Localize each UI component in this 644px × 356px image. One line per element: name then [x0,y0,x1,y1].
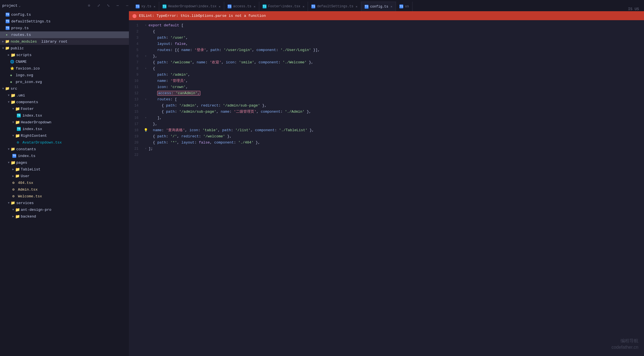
sidebar-item-src[interactable]: ▼ 📁 src [0,85,129,92]
sidebar-item-rightcontent-folder[interactable]: ▼ 📁 RightContent [0,132,129,139]
code-line-3: 3 path: '/user', [129,35,644,41]
fold-icon[interactable]: ▾ [143,115,149,121]
sidebar-item-headerdropdown-index[interactable]: TS index.tsx [0,126,129,132]
sidebar-label-footer-folder: Footer [21,107,127,111]
title-icons: ⊙ ⤢ ⤡ ⋯ ─ [85,2,131,10]
line-num: 16 [129,115,143,121]
sidebar-item-cname[interactable]: 🌐 CNAME [0,58,129,65]
sidebar-item-ant-design-pro[interactable]: ▼ 📁 ant-design-pro [0,206,129,213]
watermark: 编程导航 codefather.cn [611,338,638,350]
ts-plus-file-icon: ✦ [6,33,10,37]
sidebar-item-avatardropdown[interactable]: ⚙ AvatarDropdown.tsx [0,139,129,146]
close-icon[interactable]: ✕ [254,5,256,8]
sidebar-item-constants-index[interactable]: TS index.ts [0,152,129,159]
tab-defaultsettings[interactable]: TS defaultSettings.ts ✕ [308,2,361,11]
folder-src-icon: 📁 [5,86,10,91]
fold-icon[interactable]: ▾ [143,66,149,72]
tsx-gear-icon: ⚙ [17,140,21,145]
sidebar-item-footer-folder[interactable]: ▼ 📁 Footer [0,105,129,112]
chevron-right-icon: ▶ [2,40,4,43]
sidebar-item-pro-icon-svg[interactable]: ◈ pro_icon.svg [0,78,129,85]
line-num: 9 [129,72,143,78]
close-icon[interactable]: ✕ [219,5,221,8]
expand-icon[interactable]: ⤢ [95,2,103,10]
tab-us[interactable]: TS us [396,2,413,11]
folder-icon: 📁 [5,39,10,44]
menu-icon[interactable]: ⋯ [114,2,122,10]
sidebar-item-footer-index[interactable]: TS index.tsx [0,112,129,119]
fold-icon[interactable]: ▾ [143,53,149,59]
sidebar-item-favicon[interactable]: ⭐ favicon.ico [0,65,129,72]
sidebar-item-services-folder[interactable]: ▼ 📁 services [0,200,129,206]
line-content: { path: '/admin', redirect: '/admin/sub-… [149,103,644,109]
line-num: 18 [129,127,143,133]
line-num: 11 [129,84,143,90]
sidebar-item-tablelist-folder[interactable]: ▶ 📁 TableList [0,166,129,173]
code-line-18: 18 💡 name: '查询表格', icon: 'table', path: … [129,127,644,133]
sidebar-item-scripts[interactable]: ▶ 📁 scripts [0,52,129,58]
sidebar-item-public[interactable]: ▼ 📁 public [0,45,129,52]
line-num: 17 [129,121,143,127]
line-content: { [149,66,644,72]
sidebar-item-proxy[interactable]: TS proxy.ts [0,25,129,31]
sidebar-item-routes[interactable]: ✦ routes.ts [0,31,129,38]
code-line-4: 4 layout: false, [129,41,644,47]
tsx-gear-icon: ⚙ [12,194,17,198]
tab-config[interactable]: TS config.ts ✕ [361,2,396,11]
tab-headerdropdown[interactable]: TS HeaderDropdown\index.tsx ✕ [159,2,224,11]
sidebar-item-defaultsettings[interactable]: TS defaultSettings.ts [0,18,129,25]
project-name: project ⌄ [2,4,21,8]
code-area[interactable]: 1 ▾ export default [ 2 { 3 path: '/user'… [129,20,644,356]
circle-icon[interactable]: ⊙ [85,2,93,10]
fold-icon[interactable]: ▾ [143,96,149,103]
sidebar-item-headerdropdown-folder[interactable]: ▼ 📁 HeaderDropdown [0,119,129,126]
sidebar-item-welcome-tsx[interactable]: ⚙ Welcome.tsx [0,193,129,200]
fold-icon[interactable]: ▾ [143,146,149,152]
close-icon[interactable]: ✕ [303,5,305,8]
sidebar-label-routes: routes.ts [11,33,127,37]
sidebar-item-constants-folder[interactable]: ▼ 📁 constants [0,146,129,152]
sidebar-label-proxy: proxy.ts [11,26,127,30]
chevron-right-icon: ▶ [8,53,10,57]
close-icon[interactable]: ✕ [390,5,392,8]
tab-access[interactable]: TS access.ts ✕ [224,2,259,11]
minimize-icon[interactable]: ─ [123,2,131,10]
code-line-17: 17 }, [129,121,644,127]
sidebar[interactable]: TS config.ts TS defaultSettings.ts TS pr… [0,11,129,356]
ts-icon: TS [136,4,140,8]
line-num: 19 [129,133,143,140]
sidebar-item-admin-tsx[interactable]: ⚙ Admin.tsx [0,186,129,193]
folder-public-icon: 📁 [5,46,10,50]
tab-xy[interactable]: TS xy.ts ✕ [132,2,159,11]
close-icon[interactable]: ✕ [356,5,358,8]
sidebar-item-logo-svg[interactable]: ◈ logo.svg [0,72,129,78]
code-line-21: 21 ▾ ]; [129,146,644,152]
code-line-13: 13 ▾ routes: [ [129,96,644,103]
sidebar-item-pages-folder[interactable]: ▼ 📁 pages [0,159,129,166]
code-line-8: 8 ▾ { [129,66,644,72]
line-content: name: '查询表格', icon: 'table', path: '/lis… [149,127,644,133]
code-line-14: 14 { path: '/admin', redirect: '/admin/s… [129,103,644,109]
collapse-icon[interactable]: ⤡ [104,2,112,10]
close-icon[interactable]: ✕ [154,5,156,8]
sidebar-item-components[interactable]: ▼ 📁 components [0,99,129,105]
sidebar-label-backend: backend [21,214,127,219]
sidebar-item-node-modules[interactable]: ▶ 📁 node_modules library root [0,38,129,45]
fold-icon: 💡 [143,127,149,133]
sidebar-label-404: 404.tsx [18,181,127,185]
sidebar-label-user-folder: User [21,174,127,178]
folder-constants-icon: 📁 [11,147,15,151]
tab-footer[interactable]: TS Footer\index.tsx ✕ [259,2,308,11]
sidebar-item-user-folder[interactable]: ▶ 📁 User [0,173,129,179]
sidebar-item-backend[interactable]: ▶ 📁 backend [0,213,129,220]
folder-icon: 📁 [15,167,20,172]
sidebar-label-cname: CNAME [16,60,127,64]
sidebar-item-umi[interactable]: ▼ 📁 .umi [0,92,129,99]
sidebar-label-src: src [11,87,127,91]
sidebar-item-config-ts[interactable]: TS config.ts [0,11,129,18]
sidebar-item-404[interactable]: ⚙ 404.tsx [0,179,129,186]
folder-icon: 📁 [15,120,20,125]
line-num: 6 [129,53,143,59]
fold-icon[interactable]: ▾ [143,22,149,29]
chevron-down-icon[interactable]: ⌄ [19,4,21,8]
